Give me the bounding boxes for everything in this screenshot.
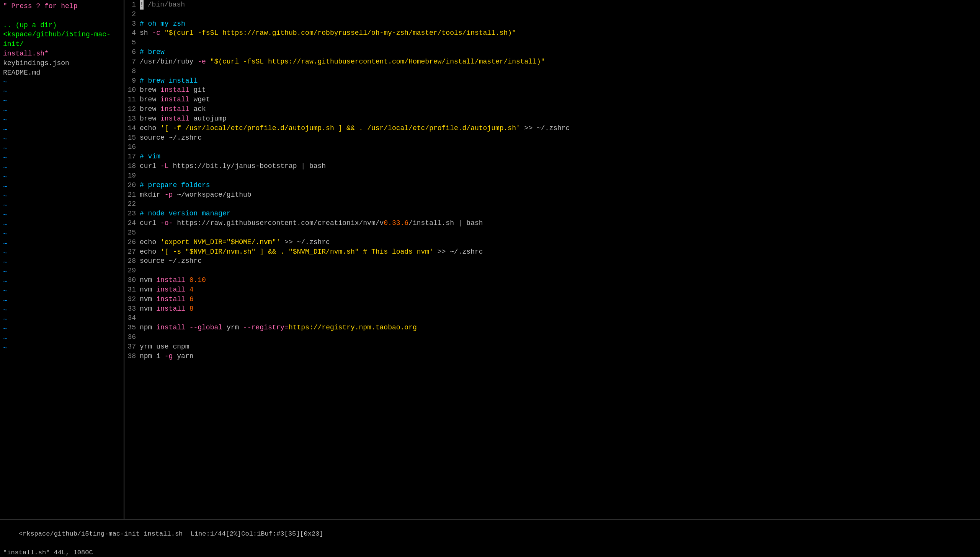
sidebar-tilde: ~: [0, 258, 124, 267]
code-line-19: 19: [124, 171, 980, 181]
sidebar: " Press ? for help .. (up a dir) <kspace…: [0, 0, 124, 519]
sidebar-tilde: ~: [0, 135, 124, 144]
code-line-35: 35 npm install --global yrm --registry=h…: [124, 323, 980, 332]
sidebar-tilde: ~: [0, 125, 124, 135]
code-line-1: 1 ! /bin/bash: [124, 0, 980, 10]
sidebar-tilde: ~: [0, 220, 124, 230]
sidebar-tilde: ~: [0, 210, 124, 220]
sidebar-tilde: ~: [0, 116, 124, 125]
code-line-38: 38 npm i -g yarn: [124, 352, 980, 361]
code-line-33: 33 nvm install 8: [124, 304, 980, 314]
sidebar-path: <kspace/github/i5ting-mac-init/: [0, 30, 124, 49]
code-line-10: 10 brew install git: [124, 85, 980, 95]
code-line-32: 32 nvm install 6: [124, 295, 980, 304]
status-info: Line:1/44[2%]Col:1Buf:#3[35][0x23]: [183, 530, 323, 537]
code-line-25: 25: [124, 228, 980, 238]
app: " Press ? for help .. (up a dir) <kspace…: [0, 0, 980, 557]
sidebar-tilde: ~: [0, 163, 124, 173]
code-line-34: 34: [124, 313, 980, 323]
sidebar-tilde: ~: [0, 87, 124, 96]
code-line-11: 11 brew install wget: [124, 95, 980, 104]
sidebar-tilde: ~: [0, 106, 124, 116]
code-line-22: 22: [124, 199, 980, 209]
sidebar-tilde: ~: [0, 230, 124, 239]
cmd-line: "install.sh" 44L, 1080C: [0, 548, 980, 557]
sidebar-tilde: ~: [0, 344, 124, 353]
code-line-4: 4 sh -c "$(curl -fsSL https://raw.github…: [124, 28, 980, 38]
sidebar-tilde: ~: [0, 249, 124, 258]
code-line-36: 36: [124, 332, 980, 342]
sidebar-tilde: ~: [0, 192, 124, 201]
sidebar-tilde: ~: [0, 201, 124, 210]
sidebar-file-keybindings[interactable]: keybindings.json: [0, 59, 124, 68]
code-line-20: 20 # prepare folders: [124, 181, 980, 190]
code-line-6: 6 # brew: [124, 47, 980, 57]
sidebar-tilde: ~: [0, 296, 124, 306]
code-line-28: 28 source ~/.zshrc: [124, 256, 980, 266]
sidebar-tilde: ~: [0, 182, 124, 192]
sidebar-tilde: ~: [0, 334, 124, 344]
cursor: !: [140, 0, 144, 10]
sidebar-tilde: ~: [0, 306, 124, 315]
sidebar-tilde: ~: [0, 239, 124, 249]
sidebar-updir[interactable]: .. (up a dir): [0, 21, 124, 30]
code-line-2: 2: [124, 10, 980, 19]
code-line-23: 23 # node version manager: [124, 209, 980, 218]
code-line-31: 31 nvm install 4: [124, 285, 980, 295]
main-area: " Press ? for help .. (up a dir) <kspace…: [0, 0, 980, 519]
code-line-26: 26 echo 'export NVM_DIR="$HOME/.nvm"' >>…: [124, 238, 980, 247]
code-line-9: 9 # brew install: [124, 76, 980, 86]
code-line-7: 7 /usr/bin/ruby -e "$(curl -fsSL https:/…: [124, 57, 980, 67]
code-line-21: 21 mkdir -p ~/workspace/github: [124, 190, 980, 200]
code-line-5: 5: [124, 38, 980, 47]
editor-area[interactable]: 1 ! /bin/bash 2 3 # oh my zsh 4 sh -c "$…: [124, 0, 980, 519]
sidebar-tilde: ~: [0, 267, 124, 277]
editor-content: 1 ! /bin/bash 2 3 # oh my zsh 4 sh -c "$…: [124, 0, 980, 519]
sidebar-blank: [0, 11, 124, 21]
sidebar-tilde: ~: [0, 277, 124, 287]
sidebar-file-readme[interactable]: README.md: [0, 68, 124, 78]
code-line-27: 27 echo '[ -s "$NVM_DIR/nvm.sh" ] && . "…: [124, 247, 980, 257]
code-line-15: 15 source ~/.zshrc: [124, 133, 980, 143]
sidebar-tilde: ~: [0, 287, 124, 296]
code-line-8: 8: [124, 67, 980, 76]
code-line-30: 30 nvm install 0.10: [124, 275, 980, 285]
code-line-24: 24 curl -o- https://raw.githubuserconten…: [124, 218, 980, 228]
sidebar-tilde: ~: [0, 315, 124, 324]
sidebar-tilde: ~: [0, 78, 124, 87]
sidebar-tilde: ~: [0, 96, 124, 106]
sidebar-tilde: ~: [0, 153, 124, 163]
code-line-29: 29: [124, 266, 980, 275]
code-line-13: 13 brew install autojump: [124, 114, 980, 124]
sidebar-tilde: ~: [0, 144, 124, 153]
status-path: <rkspace/github/i5ting-mac-init: [19, 530, 144, 537]
status-bar: <rkspace/github/i5ting-mac-init install.…: [0, 519, 980, 548]
code-line-18: 18 curl -L https://bit.ly/janus-bootstra…: [124, 161, 980, 171]
code-line-17: 17 # vim: [124, 152, 980, 161]
code-line-14: 14 echo '[ -f /usr/local/etc/profile.d/a…: [124, 124, 980, 133]
sidebar-active-file[interactable]: install.sh*: [0, 49, 124, 59]
code-line-16: 16: [124, 142, 980, 152]
code-line-37: 37 yrm use cnpm: [124, 342, 980, 352]
code-line-12: 12 brew install ack: [124, 104, 980, 114]
status-filename: install.sh: [144, 530, 183, 537]
sidebar-tilde: ~: [0, 324, 124, 334]
sidebar-tilde: ~: [0, 173, 124, 182]
help-text: " Press ? for help: [0, 2, 124, 11]
code-line-3: 3 # oh my zsh: [124, 19, 980, 29]
